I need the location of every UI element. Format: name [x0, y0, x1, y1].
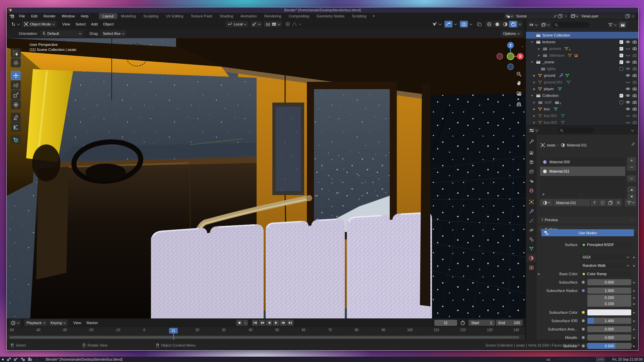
tab-compositing[interactable]: Compositing	[285, 13, 313, 19]
tab-world[interactable]	[527, 186, 536, 194]
socket-button[interactable]	[580, 326, 586, 332]
camera-icon[interactable]	[632, 92, 638, 99]
window-layout-icon-3[interactable]	[21, 358, 25, 361]
tool-scale[interactable]	[11, 90, 21, 100]
slot-specials-button[interactable]	[627, 175, 636, 182]
checkbox-icon[interactable]: ✓	[618, 52, 624, 59]
socket-button[interactable]	[580, 335, 586, 341]
timeline-scrollbar[interactable]	[9, 336, 519, 339]
shading-wireframe-button[interactable]	[485, 21, 493, 27]
slot-material-009[interactable]: Material.009	[540, 157, 625, 167]
checkbox-empty-icon[interactable]	[618, 65, 624, 72]
checkbox-icon[interactable]: ✓	[618, 39, 624, 45]
timeline-editor-type-button[interactable]	[9, 319, 21, 326]
eye-closed-icon[interactable]	[625, 45, 631, 52]
tab-object-data[interactable]	[527, 245, 536, 253]
material-name-field[interactable]: Material.011	[553, 199, 590, 206]
tab-shading[interactable]: Shading	[216, 13, 237, 19]
material-users-count[interactable]: 7	[591, 199, 598, 206]
timeline-ruler[interactable]: -50-40 -30-20 -100 1020 3040 5060 7080 9…	[7, 327, 525, 335]
tool-cursor[interactable]	[11, 58, 21, 67]
outliner-row-stuff[interactable]: ▶ stuff 3	[526, 99, 638, 106]
new-viewlayer-button[interactable]	[625, 14, 630, 18]
proportional-edit-group[interactable]	[284, 21, 303, 27]
use-nodes-button[interactable]: Use Nodes	[541, 229, 634, 236]
browse-material-button[interactable]	[540, 199, 553, 206]
playhead-badge[interactable]: 11	[169, 328, 178, 334]
timeline-view-menu[interactable]: View	[70, 321, 84, 325]
scene-browse-button[interactable]	[504, 13, 514, 19]
tab-scripting[interactable]: Scripting	[348, 13, 370, 19]
camera-icon[interactable]	[632, 106, 638, 112]
properties-editor-type-button[interactable]	[528, 127, 539, 133]
properties-search-input[interactable]	[557, 127, 594, 133]
keying-set-dropdown[interactable]	[243, 320, 248, 326]
remove-slot-button[interactable]: −	[627, 164, 636, 171]
shading-material-button[interactable]	[501, 21, 509, 27]
menu-edit[interactable]: Edit	[28, 13, 41, 19]
options-button[interactable]: Options	[501, 30, 522, 37]
camera-icon[interactable]	[632, 45, 638, 52]
fake-user-button[interactable]	[599, 199, 606, 206]
prev-keyframe-button[interactable]	[259, 320, 265, 326]
ortho-grid-icon[interactable]	[515, 101, 523, 108]
camera-icon[interactable]	[632, 99, 638, 106]
subsurface-ior-slider[interactable]: 1.400	[587, 318, 631, 324]
eye-icon[interactable]	[625, 92, 631, 99]
eye-closed-icon[interactable]	[625, 52, 631, 59]
transform-orientation-dropdown[interactable]: Local	[225, 21, 249, 27]
outliner-row-collection[interactable]: ▼ Collection ✓	[526, 92, 638, 99]
workspace-dot-icon[interactable]	[2, 359, 4, 360]
expand-arrow-icon[interactable]: ▶	[533, 87, 535, 90]
outliner-display-mode-dropdown[interactable]	[528, 22, 539, 28]
radius-x-field[interactable]: 1.000	[587, 288, 631, 294]
tool-annotate[interactable]	[11, 113, 21, 122]
window-layout-icon-4[interactable]	[28, 358, 32, 361]
gizmo-toggle[interactable]	[444, 21, 452, 27]
expand-arrow-icon[interactable]: ▼	[531, 41, 533, 44]
pin-id-icon[interactable]	[631, 142, 635, 146]
eye-closed-icon[interactable]	[625, 79, 631, 85]
add-workspace-button[interactable]: +	[370, 14, 378, 18]
tab-modifiers[interactable]	[527, 207, 536, 215]
subsurface-anisotropy-slider[interactable]: 0.000	[587, 326, 631, 332]
menu-help[interactable]: Help	[78, 13, 92, 19]
base-color-field[interactable]: Color Ramp	[580, 271, 631, 277]
unlink-material-button[interactable]	[615, 199, 622, 206]
tab-geometry-nodes[interactable]: Geometry Nodes	[313, 13, 348, 19]
scene-selector[interactable]: Scene	[504, 13, 568, 19]
camera-icon[interactable]	[632, 72, 638, 79]
eye-icon[interactable]	[625, 65, 631, 72]
socket-button[interactable]	[580, 309, 586, 315]
tray-counter-badge[interactable]: 2896	[596, 358, 604, 361]
outliner-row-ground-001[interactable]: ▶ ground.001	[526, 79, 638, 85]
tab-material[interactable]	[527, 254, 536, 262]
orientation-default-dropdown[interactable]: Default	[40, 30, 84, 37]
eye-icon[interactable]	[625, 99, 631, 106]
tab-object[interactable]	[527, 198, 536, 206]
sss-method-dropdown[interactable]: Random Walk	[580, 262, 631, 268]
tab-animation[interactable]: Animation	[237, 13, 261, 19]
expand-arrow-icon[interactable]: ▶	[538, 47, 540, 50]
outliner-search-input[interactable]	[552, 22, 590, 28]
slot-move-up-button[interactable]	[627, 186, 636, 193]
outliner-row-bus-002[interactable]: ▶ bus.002	[526, 119, 638, 126]
tool-add-cube[interactable]	[11, 135, 21, 144]
expand-arrow-icon[interactable]: ▼	[531, 61, 533, 64]
outliner-row-ground[interactable]: ▶ ground	[526, 72, 638, 79]
surface-shader-field[interactable]: Principled BSDF	[580, 242, 631, 248]
gizmo-dropdown[interactable]	[453, 21, 458, 27]
frame-start-field[interactable]: Start1	[469, 320, 495, 326]
timeline-marker-menu[interactable]: Marker	[84, 321, 101, 325]
tab-particles[interactable]	[527, 217, 536, 225]
eye-icon[interactable]	[625, 106, 631, 112]
viewport-menu-view[interactable]: View	[59, 22, 73, 26]
breadcrumb-object[interactable]: seats	[547, 143, 555, 147]
keying-menu[interactable]: Keying	[48, 319, 68, 326]
window-titlebar[interactable]: Blender* [/home/amalie/Desktop/blender/b…	[7, 7, 638, 13]
viewlayer-selector[interactable]: ViewLayer	[570, 13, 636, 19]
tab-uv-editing[interactable]: UV Editing	[162, 13, 187, 19]
expand-arrow-icon[interactable]: ▶	[533, 108, 535, 111]
tool-measure[interactable]	[11, 122, 21, 132]
overlays-dropdown[interactable]	[468, 21, 474, 27]
